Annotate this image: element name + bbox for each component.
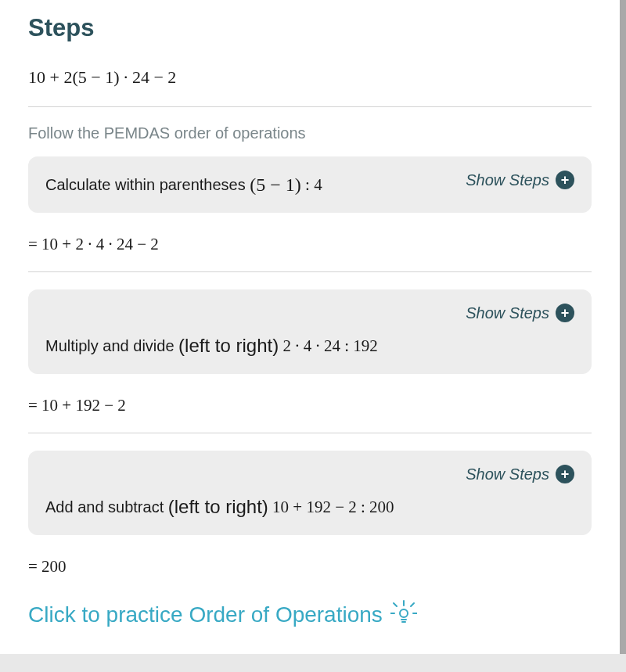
svg-point-0 <box>400 609 408 617</box>
original-expression: 10 + 2(5 − 1) · 24 − 2 <box>28 61 592 103</box>
show-steps-button[interactable]: Show Steps + <box>466 171 574 189</box>
step-result: = 10 + 192 − 2 <box>28 391 592 429</box>
lightbulb-icon <box>390 598 417 631</box>
show-steps-label: Show Steps <box>466 171 549 189</box>
page-title: Steps <box>28 14 592 42</box>
plus-icon: + <box>556 304 574 322</box>
plus-icon: + <box>556 465 574 483</box>
svg-line-5 <box>411 603 414 606</box>
pemdas-instruction: Follow the PEMDAS order of operations <box>28 124 592 142</box>
step-description: Multiply and divide (left to right) 2 · … <box>45 332 574 360</box>
show-steps-label: Show Steps <box>466 465 549 483</box>
step-result: = 200 <box>28 552 592 591</box>
divider <box>28 271 592 272</box>
show-steps-button[interactable]: Show Steps + <box>466 465 574 483</box>
step-card: Show Steps + Add and subtract (left to r… <box>28 451 592 535</box>
step-result: = 10 + 2 · 4 · 24 − 2 <box>28 230 592 268</box>
svg-line-4 <box>394 603 397 606</box>
show-steps-button[interactable]: Show Steps + <box>466 304 574 322</box>
divider <box>28 106 592 107</box>
plus-icon: + <box>556 171 574 189</box>
divider <box>28 433 592 433</box>
step-card: Show Steps + Calculate within parenthese… <box>28 156 592 213</box>
show-steps-label: Show Steps <box>466 304 549 322</box>
steps-panel: Steps 10 + 2(5 − 1) · 24 − 2 Follow the … <box>0 0 626 654</box>
practice-link[interactable]: Click to practice Order of Operations <box>28 598 417 631</box>
step-description: Add and subtract (left to right) 10 + 19… <box>45 493 574 521</box>
practice-link-label: Click to practice Order of Operations <box>28 602 383 627</box>
step-card: Show Steps + Multiply and divide (left t… <box>28 289 592 374</box>
